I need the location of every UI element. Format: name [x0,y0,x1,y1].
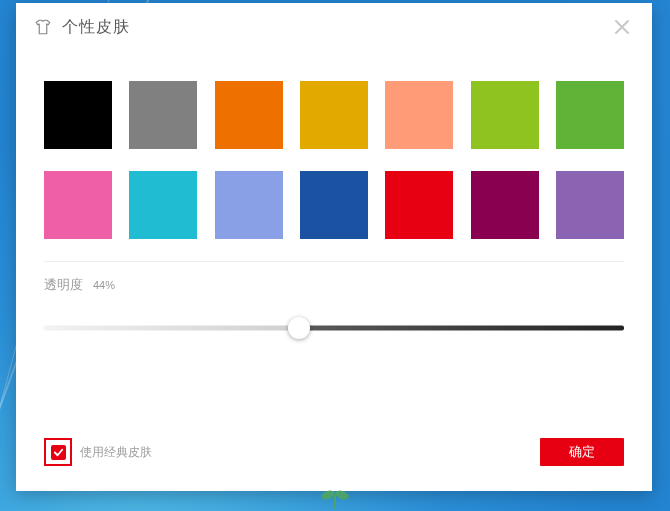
slider-track [44,326,624,331]
background-sprout-icon [315,489,355,511]
color-swatch[interactable] [44,171,112,239]
swatch-row [44,81,624,149]
desktop-background: 个性皮肤 透明度 44% [0,0,670,511]
classic-skin-label: 使用经典皮肤 [80,444,152,461]
color-swatch[interactable] [215,81,283,149]
shirt-icon [34,17,52,37]
slider-thumb[interactable] [288,317,310,339]
color-swatch[interactable] [129,81,197,149]
checkbox-highlight-frame [44,438,72,466]
dialog-titlebar: 个性皮肤 [16,3,652,51]
color-swatch[interactable] [215,171,283,239]
color-swatch-grid [16,51,652,239]
opacity-slider[interactable] [44,316,624,340]
close-button[interactable] [606,11,638,43]
color-swatch[interactable] [471,171,539,239]
opacity-section: 透明度 44% [16,262,652,340]
dialog-footer: 使用经典皮肤 确定 [16,429,652,491]
dialog-title: 个性皮肤 [62,17,130,38]
svg-point-1 [334,489,350,501]
color-swatch[interactable] [44,81,112,149]
color-swatch[interactable] [471,81,539,149]
opacity-value: 44% [93,279,115,291]
color-swatch[interactable] [300,81,368,149]
skin-dialog: 个性皮肤 透明度 44% [16,3,652,491]
color-swatch[interactable] [385,81,453,149]
opacity-label: 透明度 [44,276,83,294]
svg-point-0 [320,489,336,501]
color-swatch[interactable] [556,171,624,239]
color-swatch[interactable] [300,171,368,239]
classic-skin-checkbox[interactable] [51,445,66,460]
swatch-row [44,171,624,239]
confirm-button[interactable]: 确定 [540,438,624,466]
confirm-button-label: 确定 [569,443,595,461]
color-swatch[interactable] [385,171,453,239]
color-swatch[interactable] [556,81,624,149]
opacity-label-row: 透明度 44% [44,276,624,294]
color-swatch[interactable] [129,171,197,239]
